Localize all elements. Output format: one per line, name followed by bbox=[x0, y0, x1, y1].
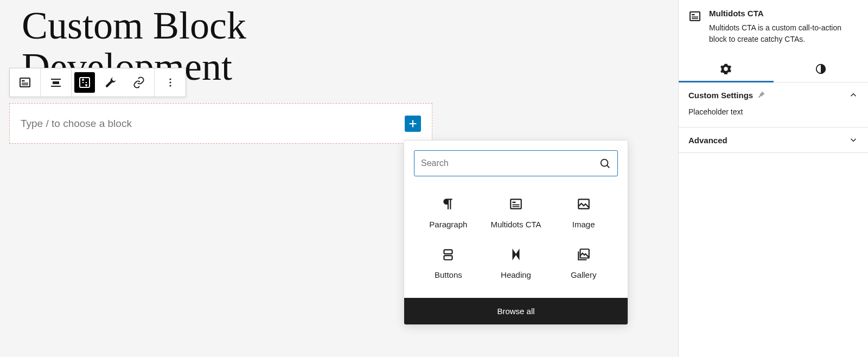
svg-point-10 bbox=[169, 78, 171, 80]
toolbar-link[interactable] bbox=[124, 68, 155, 97]
block-item-multidots-cta[interactable]: Multidots CTA bbox=[485, 197, 547, 229]
inserter-search-wrap bbox=[404, 141, 628, 186]
block-label: Buttons bbox=[435, 270, 462, 279]
block-label: Image bbox=[572, 220, 595, 229]
svg-rect-1 bbox=[22, 80, 25, 81]
panel-advanced: Advanced bbox=[679, 127, 868, 153]
tab-styles[interactable] bbox=[774, 56, 869, 82]
chevron-down-icon bbox=[848, 135, 858, 145]
block-toolbar bbox=[9, 68, 186, 97]
svg-rect-3 bbox=[22, 85, 28, 86]
cta-icon bbox=[509, 197, 523, 211]
heading-icon bbox=[509, 247, 523, 262]
svg-rect-0 bbox=[20, 78, 30, 87]
move-icon bbox=[78, 76, 91, 89]
panel-custom-settings: Custom Settings Placeholder text bbox=[679, 82, 868, 127]
svg-rect-6 bbox=[51, 86, 61, 87]
sidebar-block-title: Multidots CTA bbox=[709, 9, 858, 18]
svg-rect-9 bbox=[86, 82, 87, 83]
block-label: Gallery bbox=[571, 270, 597, 279]
settings-sidebar: Multidots CTA Multidots CTA is a custom … bbox=[678, 0, 868, 357]
block-item-heading[interactable]: Heading bbox=[485, 247, 547, 279]
panel-title-text: Advanced bbox=[688, 136, 727, 145]
sidebar-tabs bbox=[679, 56, 868, 82]
block-item-buttons[interactable]: Buttons bbox=[417, 247, 480, 279]
sidebar-block-description: Multidots CTA is a custom call-to-action… bbox=[709, 22, 858, 45]
svg-rect-23 bbox=[692, 14, 695, 15]
image-icon bbox=[577, 197, 591, 211]
svg-rect-4 bbox=[51, 79, 61, 80]
svg-rect-5 bbox=[53, 81, 59, 84]
svg-rect-17 bbox=[512, 206, 519, 207]
cta-icon bbox=[688, 10, 701, 23]
svg-rect-25 bbox=[692, 18, 698, 20]
inserter-grid: Paragraph Multidots CTA Image Buttons He… bbox=[404, 186, 628, 298]
svg-rect-7 bbox=[80, 78, 90, 87]
buttons-icon bbox=[441, 247, 455, 262]
toolbar-more[interactable] bbox=[155, 68, 186, 97]
svg-rect-20 bbox=[444, 256, 452, 260]
gallery-icon bbox=[577, 247, 591, 262]
placeholder-text: Type / to choose a block bbox=[21, 118, 132, 130]
block-type-icon bbox=[18, 76, 31, 89]
svg-rect-15 bbox=[512, 202, 515, 203]
toolbar-tools[interactable] bbox=[98, 68, 124, 97]
paragraph-icon bbox=[441, 197, 455, 211]
block-item-gallery[interactable]: Gallery bbox=[552, 247, 615, 279]
block-item-image[interactable]: Image bbox=[552, 197, 615, 229]
svg-point-12 bbox=[169, 85, 171, 86]
block-item-paragraph[interactable]: Paragraph bbox=[417, 197, 480, 229]
align-icon bbox=[49, 76, 62, 89]
search-input[interactable] bbox=[421, 158, 599, 168]
pin-icon bbox=[756, 90, 766, 100]
tab-settings[interactable] bbox=[679, 56, 774, 82]
toolbar-move[interactable] bbox=[72, 68, 98, 97]
more-icon bbox=[164, 76, 177, 89]
editor-canvas: Custom Block Development Type / to choos… bbox=[0, 0, 677, 357]
svg-rect-2 bbox=[22, 83, 28, 84]
block-label: Multidots CTA bbox=[490, 220, 541, 229]
sidebar-block-header: Multidots CTA Multidots CTA is a custom … bbox=[679, 0, 868, 50]
gear-icon bbox=[720, 63, 732, 75]
add-block-button[interactable] bbox=[405, 116, 421, 132]
svg-point-11 bbox=[169, 81, 171, 83]
svg-rect-8 bbox=[82, 82, 84, 83]
svg-point-13 bbox=[601, 160, 608, 167]
svg-rect-16 bbox=[512, 205, 519, 206]
block-label: Paragraph bbox=[429, 220, 467, 229]
link-icon bbox=[132, 76, 145, 89]
toolbar-block-type[interactable] bbox=[10, 68, 41, 97]
panel-advanced-toggle[interactable]: Advanced bbox=[679, 127, 868, 152]
block-label: Heading bbox=[501, 270, 531, 279]
block-placeholder[interactable]: Type / to choose a block bbox=[9, 103, 432, 144]
search-icon bbox=[599, 157, 611, 169]
toolbar-align[interactable] bbox=[41, 68, 72, 97]
panel-title-text: Custom Settings bbox=[688, 91, 753, 100]
inserter-search[interactable] bbox=[414, 150, 618, 176]
chevron-up-icon bbox=[848, 90, 858, 100]
svg-rect-22 bbox=[690, 12, 700, 21]
svg-rect-19 bbox=[444, 250, 452, 254]
wrench-icon bbox=[104, 76, 117, 89]
panel-custom-settings-toggle[interactable]: Custom Settings bbox=[679, 82, 868, 107]
svg-rect-24 bbox=[692, 17, 698, 18]
browse-all-button[interactable]: Browse all bbox=[404, 298, 628, 324]
svg-rect-14 bbox=[510, 199, 521, 208]
contrast-icon bbox=[815, 63, 827, 75]
block-inserter-popover: Paragraph Multidots CTA Image Buttons He… bbox=[404, 140, 628, 325]
field-placeholder-text-label: Placeholder text bbox=[688, 107, 858, 116]
plus-icon bbox=[407, 118, 419, 130]
